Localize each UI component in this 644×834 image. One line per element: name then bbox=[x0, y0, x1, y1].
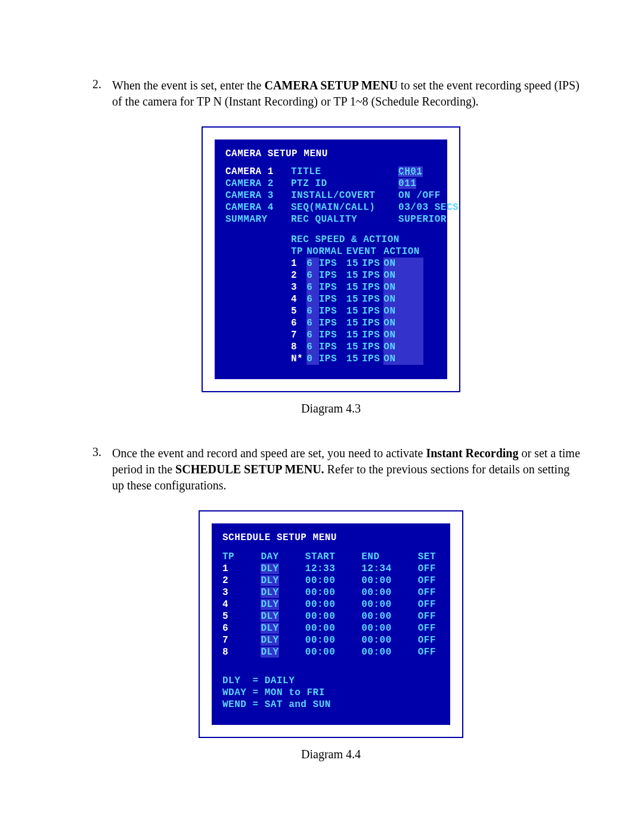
rec-speed-title: REC SPEED & ACTION bbox=[291, 234, 459, 246]
rec-row: N*0IPS15IPSON bbox=[291, 353, 423, 365]
figure-camera-setup: CAMERA SETUP MENU CAMERA 1 CAMERA 2 CAME… bbox=[78, 128, 584, 391]
setting-label: SEQ(MAIN/CALL) bbox=[291, 201, 392, 213]
camera-setup-menu-bold: CAMERA SETUP MENU bbox=[264, 79, 397, 92]
setting-value: SUPERIOR bbox=[398, 214, 447, 225]
legend-row: DLY = DAILY bbox=[222, 675, 439, 687]
step-3-text: Once the event and record and speed are … bbox=[112, 445, 584, 494]
caption-4-3: Diagram 4.3 bbox=[78, 402, 584, 416]
col-start: START bbox=[305, 551, 361, 563]
col-set: SET bbox=[418, 551, 439, 563]
rec-speed-header: TP NORMAL EVENT ACTION bbox=[291, 246, 423, 258]
setting-value: 03/03 SECS bbox=[398, 202, 459, 213]
caption-4-4: Diagram 4.4 bbox=[78, 748, 584, 761]
camera-setup-screen: CAMERA SETUP MENU CAMERA 1 CAMERA 2 CAME… bbox=[203, 128, 459, 391]
legend-row: WDAY = MON to FRI bbox=[222, 687, 439, 699]
rec-row: 76IPS15IPSON bbox=[291, 329, 423, 341]
schedule-legend: DLY = DAILY WDAY = MON to FRI WEND = SAT… bbox=[222, 675, 439, 711]
setting-row: REC QUALITY SUPERIOR bbox=[291, 213, 459, 225]
col-tp: TP bbox=[291, 246, 306, 258]
step-2-text-a: When the event is set, enter the bbox=[112, 79, 264, 92]
schedule-row: 7DLY00:0000:00OFF bbox=[222, 634, 439, 646]
step-3-text-a: Once the event and record and speed are … bbox=[112, 447, 426, 460]
step-3-number: 3. bbox=[78, 445, 112, 459]
figure-schedule-setup: SCHEDULE SETUP MENU TP DAY START END SET… bbox=[78, 511, 584, 737]
schedule-row: 8DLY00:0000:00OFF bbox=[222, 646, 439, 658]
camera-sidebar-item: CAMERA 3 bbox=[225, 190, 291, 201]
col-action: ACTION bbox=[383, 246, 423, 258]
rec-row: 86IPS15IPSON bbox=[291, 341, 423, 353]
schedule-setup-title: SCHEDULE SETUP MENU bbox=[222, 532, 439, 544]
col-event: EVENT bbox=[346, 246, 384, 258]
schedule-table: TP DAY START END SET 1DLY12:3312:34OFF 2… bbox=[222, 551, 439, 658]
setting-label: REC QUALITY bbox=[291, 213, 392, 225]
schedule-row: 6DLY00:0000:00OFF bbox=[222, 622, 439, 634]
schedule-row: 3DLY00:0000:00OFF bbox=[222, 587, 439, 599]
col-normal: NORMAL bbox=[306, 246, 346, 258]
setting-row: TITLE CH01 bbox=[291, 166, 459, 178]
camera-setup-title: CAMERA SETUP MENU bbox=[225, 148, 436, 160]
camera-sidebar-item: CAMERA 4 bbox=[225, 201, 291, 213]
setting-row: INSTALL/COVERT ON /OFF bbox=[291, 190, 459, 201]
rec-row: 26IPS15IPSON bbox=[291, 269, 423, 281]
setting-label: PTZ ID bbox=[291, 178, 392, 190]
setting-label: INSTALL/COVERT bbox=[291, 190, 392, 201]
document-page: 2. When the event is set, enter the CAME… bbox=[0, 0, 644, 834]
camera-sidebar-item: SUMMARY bbox=[225, 213, 291, 225]
camera-sidebar: CAMERA 1 CAMERA 2 CAMERA 3 CAMERA 4 SUMM… bbox=[225, 166, 291, 225]
setting-row: SEQ(MAIN/CALL) 03/03 SECS bbox=[291, 201, 459, 213]
setting-label: TITLE bbox=[291, 166, 392, 178]
step-3: 3. Once the event and record and speed a… bbox=[78, 445, 584, 494]
setting-value: CH01 bbox=[398, 166, 422, 177]
schedule-row: 5DLY00:0000:00OFF bbox=[222, 610, 439, 622]
setting-row: PTZ ID 011 bbox=[291, 178, 459, 190]
col-tp: TP bbox=[222, 551, 261, 563]
rec-row: 56IPS15IPSON bbox=[291, 305, 423, 317]
schedule-row: 1DLY12:3312:34OFF bbox=[222, 563, 439, 575]
rec-row: 66IPS15IPSON bbox=[291, 317, 423, 329]
instant-recording-bold: Instant Recording bbox=[426, 447, 518, 460]
schedule-setup-screen: SCHEDULE SETUP MENU TP DAY START END SET… bbox=[200, 511, 462, 737]
setting-value: 011 bbox=[398, 178, 416, 189]
schedule-header: TP DAY START END SET bbox=[222, 551, 439, 563]
rec-row: 16IPS15IPSON bbox=[291, 258, 423, 269]
rec-row: 36IPS15IPSON bbox=[291, 281, 423, 293]
schedule-row: 2DLY00:0000:00OFF bbox=[222, 575, 439, 587]
setting-value: ON /OFF bbox=[398, 190, 441, 201]
step-2: 2. When the event is set, enter the CAME… bbox=[78, 77, 584, 110]
camera-sidebar-item-selected: CAMERA 1 bbox=[225, 166, 291, 178]
schedule-row: 4DLY00:0000:00OFF bbox=[222, 599, 439, 610]
schedule-setup-menu-bold: SCHEDULE SETUP MENU. bbox=[175, 463, 324, 476]
rec-row: 46IPS15IPSON bbox=[291, 293, 423, 305]
camera-settings: TITLE CH01 PTZ ID 011 INSTALL/COVERT ON … bbox=[291, 166, 459, 225]
rec-speed-table: TP NORMAL EVENT ACTION 16IPS15IPSON 26IP… bbox=[291, 246, 423, 365]
camera-sidebar-item: CAMERA 2 bbox=[225, 178, 291, 190]
legend-row: WEND = SAT and SUN bbox=[222, 699, 439, 711]
step-2-text: When the event is set, enter the CAMERA … bbox=[112, 77, 584, 110]
col-day: DAY bbox=[261, 551, 305, 563]
col-end: END bbox=[361, 551, 417, 563]
step-2-number: 2. bbox=[78, 77, 112, 91]
